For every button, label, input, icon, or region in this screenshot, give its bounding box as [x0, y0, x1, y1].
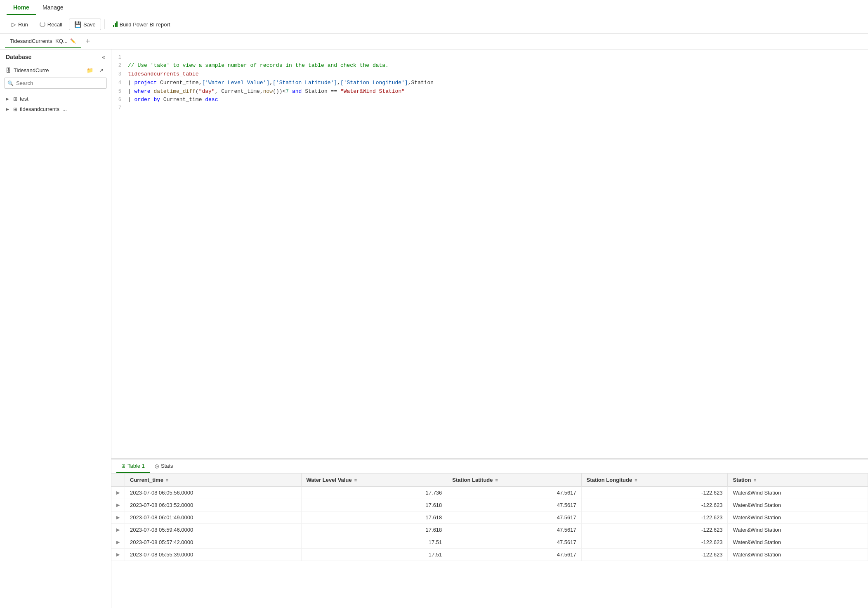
cell-station-lat: 47.5617	[447, 487, 581, 499]
edit-tab-icon[interactable]: ✏️	[70, 38, 76, 44]
code-line: 4 | project Current_time,['Water Level V…	[111, 79, 868, 87]
cell-water-level: 17.618	[301, 499, 447, 511]
result-tab-label: Table 1	[127, 463, 145, 469]
top-nav: Home Manage	[0, 0, 868, 15]
tree-arrow-icon: ▶	[6, 97, 11, 101]
list-item[interactable]: ▶ ⊞ tidesandcurrents_...	[0, 104, 111, 114]
tab-stats[interactable]: ◎ Stats	[150, 460, 178, 473]
filter-icon[interactable]: ≡	[634, 478, 637, 483]
recall-button[interactable]: Recall	[35, 19, 67, 30]
cell-station-lon: -122.623	[581, 499, 728, 511]
tab-table1[interactable]: ⊞ Table 1	[116, 460, 150, 473]
sidebar-search: 🔍	[4, 78, 107, 89]
results-tabs: ⊞ Table 1 ◎ Stats	[111, 460, 868, 474]
table-icon: ⊞	[13, 96, 17, 102]
cell-station-lat: 47.5617	[447, 511, 581, 524]
col-header-water-level: Water Level Value≡	[301, 474, 447, 487]
expand-cell[interactable]: ▶	[111, 549, 125, 561]
tab-home[interactable]: Home	[7, 0, 36, 15]
expand-cell[interactable]: ▶	[111, 487, 125, 499]
cell-water-level: 17.51	[301, 549, 447, 561]
cell-station: Water&Wind Station	[728, 524, 868, 536]
code-line: 7	[111, 104, 868, 112]
toolbar: ▷ Run Recall 💾 Save Build Power BI repor…	[0, 15, 868, 34]
database-icon: 🗄	[6, 67, 11, 73]
search-icon: 🔍	[7, 80, 14, 86]
sidebar-tree: ▶ ⊞ test ▶ ⊞ tidesandcurrents_...	[0, 92, 111, 608]
code-editor[interactable]: 1 2 // Use 'take' to view a sample numbe…	[111, 49, 868, 460]
cell-station-lon: -122.623	[581, 549, 728, 561]
results-area: ⊞ Table 1 ◎ Stats Current_time≡	[111, 460, 868, 608]
sidebar-title: Database	[6, 54, 31, 60]
cell-station-lat: 47.5617	[447, 499, 581, 511]
cell-current-time: 2023-07-08 06:03:52.0000	[125, 499, 302, 511]
run-icon: ▷	[12, 21, 16, 28]
table-row: ▶ 2023-07-08 05:55:39.0000 17.51 47.5617…	[111, 549, 868, 561]
sidebar-collapse-button[interactable]: «	[102, 54, 105, 60]
code-line: 5 | where datetime_diff("day", Current_t…	[111, 87, 868, 96]
save-button[interactable]: 💾 Save	[69, 19, 101, 30]
recall-icon	[40, 21, 45, 27]
run-button[interactable]: ▷ Run	[7, 19, 33, 30]
cell-station: Water&Wind Station	[728, 487, 868, 499]
cell-station-lon: -122.623	[581, 536, 728, 549]
expand-column-header	[111, 474, 125, 487]
col-header-station: Station≡	[728, 474, 868, 487]
table-row: ▶ 2023-07-08 06:05:56.0000 17.736 47.561…	[111, 487, 868, 499]
build-powerbi-button[interactable]: Build Power BI report	[108, 19, 175, 30]
add-tab-button[interactable]: +	[83, 35, 94, 47]
sidebar-header: Database «	[0, 49, 111, 64]
tab-manage[interactable]: Manage	[36, 0, 70, 15]
cell-station-lat: 47.5617	[447, 524, 581, 536]
cell-water-level: 17.736	[301, 487, 447, 499]
code-line: 3 tidesandcurrents_table	[111, 70, 868, 79]
cell-station: Water&Wind Station	[728, 511, 868, 524]
col-header-current-time: Current_time≡	[125, 474, 302, 487]
cell-station-lat: 47.5617	[447, 536, 581, 549]
cell-station: Water&Wind Station	[728, 549, 868, 561]
external-link-button[interactable]: ↗	[97, 66, 105, 74]
tab-bar: TidesandCurrents_KQ... ✏️ +	[0, 34, 868, 49]
result-tab-label: Stats	[161, 463, 173, 469]
table-icon: ⊞	[13, 106, 17, 112]
tree-item-label: test	[20, 96, 28, 102]
results-tbody: ▶ 2023-07-08 06:05:56.0000 17.736 47.561…	[111, 487, 868, 561]
cell-water-level: 17.618	[301, 511, 447, 524]
tree-item-label: tidesandcurrents_...	[20, 106, 67, 112]
cell-current-time: 2023-07-08 05:55:39.0000	[125, 549, 302, 561]
expand-cell[interactable]: ▶	[111, 524, 125, 536]
code-line: 1	[111, 54, 868, 61]
table-row: ▶ 2023-07-08 06:03:52.0000 17.618 47.561…	[111, 499, 868, 511]
table-header-row: Current_time≡ Water Level Value≡ Station…	[111, 474, 868, 487]
cell-station-lon: -122.623	[581, 524, 728, 536]
results-table: Current_time≡ Water Level Value≡ Station…	[111, 474, 868, 561]
cell-water-level: 17.618	[301, 524, 447, 536]
filter-icon[interactable]: ≡	[754, 478, 756, 483]
filter-icon[interactable]: ≡	[495, 478, 498, 483]
cell-current-time: 2023-07-08 06:05:56.0000	[125, 487, 302, 499]
filter-icon[interactable]: ≡	[166, 478, 168, 483]
search-input[interactable]	[4, 78, 107, 89]
main-layout: Database « 🗄 TidesandCurre 📁 ↗ 🔍 ▶ ⊞ tes…	[0, 49, 868, 608]
table-row: ▶ 2023-07-08 06:01:49.0000 17.618 47.561…	[111, 511, 868, 524]
table-row: ▶ 2023-07-08 05:57:42.0000 17.51 47.5617…	[111, 536, 868, 549]
tree-arrow-icon: ▶	[6, 107, 11, 111]
cell-current-time: 2023-07-08 06:01:49.0000	[125, 511, 302, 524]
expand-cell[interactable]: ▶	[111, 499, 125, 511]
filter-icon[interactable]: ≡	[354, 478, 357, 483]
cell-station: Water&Wind Station	[728, 499, 868, 511]
cell-water-level: 17.51	[301, 536, 447, 549]
sidebar-db-row: 🗄 TidesandCurre 📁 ↗	[0, 64, 111, 78]
expand-cell[interactable]: ▶	[111, 536, 125, 549]
toolbar-divider	[104, 19, 105, 29]
list-item[interactable]: ▶ ⊞ test	[0, 94, 111, 104]
cell-station-lon: -122.623	[581, 511, 728, 524]
cell-station-lat: 47.5617	[447, 549, 581, 561]
cell-current-time: 2023-07-08 05:59:46.0000	[125, 524, 302, 536]
open-folder-button[interactable]: 📁	[85, 66, 95, 74]
database-name: TidesandCurre	[14, 67, 83, 73]
table-row: ▶ 2023-07-08 05:59:46.0000 17.618 47.561…	[111, 524, 868, 536]
expand-cell[interactable]: ▶	[111, 511, 125, 524]
query-tab-active[interactable]: TidesandCurrents_KQ... ✏️	[5, 35, 81, 48]
sidebar: Database « 🗄 TidesandCurre 📁 ↗ 🔍 ▶ ⊞ tes…	[0, 49, 111, 608]
